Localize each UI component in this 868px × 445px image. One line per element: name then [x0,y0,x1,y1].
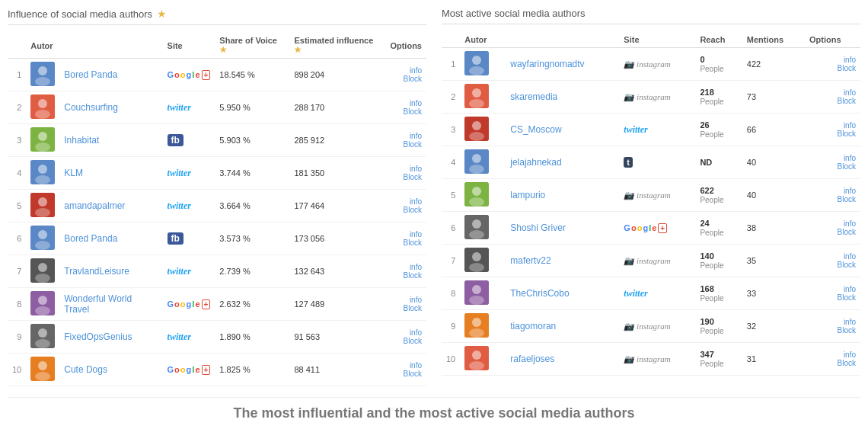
avatar [464,182,489,206]
col-mentions-header: Mentions [742,32,805,48]
svg-point-26 [35,339,50,348]
reach-value: 140 [700,251,713,261]
info-link[interactable]: info [410,328,422,337]
info-link[interactable]: info [844,88,856,97]
reach-cell: 168People [695,277,742,310]
col-reach-header: Reach [695,32,742,48]
info-link[interactable]: info [844,56,856,64]
table-row: 9 FixedOpsGenius twitter 1.890 % 91 563 … [8,321,426,354]
block-link[interactable]: Block [404,75,422,83]
block-link[interactable]: Block [838,228,856,236]
options-cell: info Block [805,343,860,376]
info-link[interactable]: info [844,285,856,293]
site-cell: 📷 instagram [619,48,695,81]
block-link[interactable]: Block [404,107,422,116]
author-avatar-cell [26,91,59,124]
author-avatar-cell [26,59,59,91]
twitter-logo: twitter [168,200,191,211]
table-row: 4 jelajahnekad t ND 40 info Block [442,146,860,179]
svg-point-23 [35,306,50,315]
block-link[interactable]: Block [838,261,856,269]
block-link[interactable]: Block [404,140,422,149]
author-avatar-cell [460,179,506,212]
info-link[interactable]: info [410,99,422,107]
block-link[interactable]: Block [838,326,856,335]
twitter-logo: twitter [168,168,191,178]
block-link[interactable]: Block [838,130,856,138]
left-title-star: ★ [157,8,167,20]
svg-point-20 [35,274,50,283]
info-link[interactable]: info [410,132,422,140]
info-link[interactable]: info [844,154,856,162]
block-link[interactable]: Block [404,271,422,280]
block-link[interactable]: Block [404,337,422,345]
info-link[interactable]: info [844,219,856,228]
author-avatar-cell [460,343,506,376]
block-link[interactable]: Block [838,293,856,302]
block-link[interactable]: Block [404,206,422,214]
site-cell: 📷 instagram [619,179,695,212]
author-avatar-cell [26,190,59,222]
info-link[interactable]: info [844,318,856,326]
influence-value: 173 056 [289,222,385,255]
info-link[interactable]: info [844,187,856,195]
svg-point-47 [469,230,484,239]
table-row: 10 Cute Dogs Google + 1.825 % 88 411 inf… [8,354,426,386]
options-cell: info Block [805,245,860,277]
svg-point-50 [469,263,484,272]
info-link[interactable]: info [410,296,422,304]
instagram-logo: 📷 instagram [624,256,670,265]
reach-value: 190 [700,317,713,326]
influence-value: 127 489 [289,288,385,321]
info-link[interactable]: info [844,252,856,261]
svg-point-49 [472,252,481,261]
info-link[interactable]: info [410,230,422,239]
block-link[interactable]: Block [838,195,856,203]
author-avatar-cell [460,146,506,179]
col-num-r-header [442,32,460,48]
author-name-cell: Shoshi Griver [506,212,619,245]
svg-point-1 [38,66,47,75]
block-link[interactable]: Block [838,162,856,171]
site-cell: twitter [619,114,695,146]
svg-point-40 [472,154,481,163]
block-link[interactable]: Block [404,173,422,181]
reach-cell: 0People [695,48,742,81]
block-link[interactable]: Block [404,370,422,378]
table-row: 7 mafertv22 📷 instagram 140People 35 inf… [442,245,860,277]
mentions-cell: 31 [742,343,805,376]
avatar [30,160,55,184]
share-value: 3.744 % [215,157,289,190]
block-link[interactable]: Block [404,239,422,247]
block-link[interactable]: Block [838,97,856,105]
svg-point-13 [38,197,47,206]
row-number: 9 [442,310,460,343]
svg-point-19 [38,263,47,272]
svg-point-46 [472,219,481,229]
svg-point-14 [35,208,50,217]
instagram-logo: 📷 instagram [624,190,670,200]
info-link[interactable]: info [410,361,422,370]
info-link[interactable]: info [410,165,422,173]
block-link[interactable]: Block [838,64,856,72]
info-link[interactable]: info [844,351,856,359]
info-link[interactable]: info [410,197,422,206]
svg-point-53 [469,296,484,305]
svg-point-5 [35,110,50,119]
block-link[interactable]: Block [838,359,856,367]
reach-label: People [700,65,723,73]
facebook-logo: fb [168,232,183,245]
block-link[interactable]: Block [404,304,422,312]
table-row: 6 Shoshi Griver Google + 24People 38 inf… [442,212,860,245]
author-name-cell: tiagomoran [506,310,619,343]
right-title-text: Most active social media authors [442,8,586,19]
info-link[interactable]: info [410,263,422,271]
row-number: 7 [8,255,26,288]
reach-value: 0 [700,55,704,64]
tumblr-logo: t [624,157,633,168]
info-link[interactable]: info [844,121,856,130]
info-link[interactable]: info [410,66,422,75]
avatar [464,84,489,108]
avatar [30,258,55,283]
right-panel: Most active social media authors Autor S… [442,8,860,386]
